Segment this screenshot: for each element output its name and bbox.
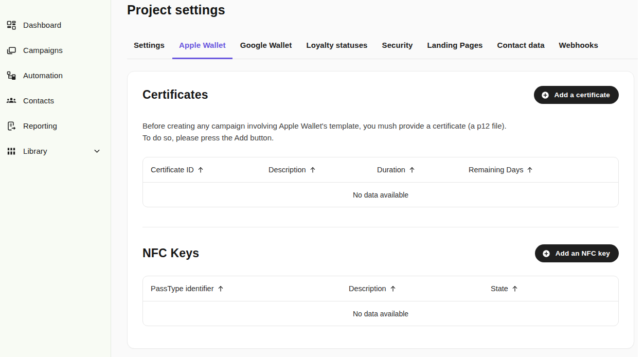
sidebar-item-automation[interactable]: Automation bbox=[0, 63, 111, 88]
add-nfc-key-button[interactable]: Add an NFC key bbox=[535, 244, 619, 262]
sidebar: Dashboard Campaigns Automation Contacts bbox=[0, 0, 111, 357]
scrollbar-track[interactable] bbox=[638, 0, 644, 357]
section-divider bbox=[142, 227, 619, 227]
sort-arrow-up-icon bbox=[408, 166, 416, 174]
sort-arrow-up-icon bbox=[217, 284, 225, 293]
nfc-keys-empty-state: No data available bbox=[143, 301, 618, 326]
sidebar-item-label: Contacts bbox=[23, 96, 101, 105]
certificates-title: Certificates bbox=[142, 88, 208, 102]
apple-wallet-panel: Certificates Add a certificate Before cr… bbox=[127, 71, 634, 349]
sidebar-item-label: Dashboard bbox=[23, 21, 101, 29]
column-header-remaining-days[interactable]: Remaining Days bbox=[461, 157, 618, 182]
nfc-keys-table: PassType identifier Description State No… bbox=[142, 276, 619, 326]
sort-arrow-up-icon bbox=[309, 166, 317, 174]
sort-arrow-up-icon bbox=[511, 284, 519, 293]
contacts-icon bbox=[6, 95, 17, 106]
sidebar-item-label: Library bbox=[23, 147, 93, 155]
tab-settings[interactable]: Settings bbox=[127, 33, 171, 59]
sidebar-item-library[interactable]: Library bbox=[0, 138, 111, 164]
description-line-2: To do so, please press the Add button. bbox=[142, 133, 274, 142]
sidebar-item-label: Campaigns bbox=[23, 46, 101, 55]
page-title: Project settings bbox=[127, 0, 644, 17]
tab-loyalty-statuses[interactable]: Loyalty statuses bbox=[299, 33, 374, 59]
certificates-empty-state: No data available bbox=[143, 182, 618, 207]
add-certificate-button[interactable]: Add a certificate bbox=[534, 86, 619, 104]
add-circle-icon bbox=[541, 91, 550, 100]
tab-landing-pages[interactable]: Landing Pages bbox=[421, 33, 490, 59]
nfc-keys-table-header: PassType identifier Description State bbox=[143, 276, 618, 301]
sort-arrow-up-icon bbox=[389, 284, 397, 293]
certificates-header: Certificates Add a certificate bbox=[142, 86, 619, 104]
sort-arrow-up-icon bbox=[196, 166, 205, 174]
tab-google-wallet[interactable]: Google Wallet bbox=[234, 33, 299, 59]
sidebar-item-campaigns[interactable]: Campaigns bbox=[0, 38, 111, 63]
library-icon bbox=[6, 146, 17, 157]
chevron-down-icon bbox=[93, 147, 101, 155]
automation-icon bbox=[6, 70, 17, 81]
tab-bar: Settings Apple Wallet Google Wallet Loya… bbox=[127, 33, 644, 59]
sidebar-item-reporting[interactable]: Reporting bbox=[0, 113, 111, 138]
sidebar-item-label: Reporting bbox=[23, 121, 101, 130]
dashboard-icon bbox=[6, 20, 17, 31]
certificates-table: Certificate ID Description Duration Rema… bbox=[142, 157, 619, 207]
nfc-keys-header: NFC Keys Add an NFC key bbox=[142, 244, 619, 262]
column-header-certificate-id[interactable]: Certificate ID bbox=[143, 157, 261, 182]
campaigns-icon bbox=[6, 45, 17, 56]
tab-apple-wallet[interactable]: Apple Wallet bbox=[172, 33, 232, 59]
sidebar-item-dashboard[interactable]: Dashboard bbox=[0, 12, 111, 38]
column-header-state[interactable]: State bbox=[483, 276, 618, 301]
certificates-table-header: Certificate ID Description Duration Rema… bbox=[143, 157, 618, 182]
app-window: Dashboard Campaigns Automation Contacts bbox=[0, 0, 644, 357]
tab-security[interactable]: Security bbox=[375, 33, 420, 59]
certificates-description: Before creating any campaign involving A… bbox=[142, 120, 619, 144]
tab-webhooks[interactable]: Webhooks bbox=[552, 33, 605, 59]
column-header-duration[interactable]: Duration bbox=[369, 157, 461, 182]
nfc-keys-title: NFC Keys bbox=[142, 246, 199, 260]
column-header-description[interactable]: Description bbox=[261, 157, 369, 182]
reporting-icon bbox=[6, 120, 17, 132]
sort-arrow-up-icon bbox=[526, 166, 534, 174]
tab-contact-data[interactable]: Contact data bbox=[491, 33, 551, 59]
main-content: Project settings Settings Apple Wallet G… bbox=[111, 0, 644, 357]
add-circle-icon bbox=[542, 249, 551, 258]
sidebar-item-label: Automation bbox=[23, 71, 101, 80]
description-line-1: Before creating any campaign involving A… bbox=[142, 121, 507, 130]
sidebar-item-contacts[interactable]: Contacts bbox=[0, 88, 111, 113]
column-header-description[interactable]: Description bbox=[341, 276, 483, 301]
column-header-passtype-identifier[interactable]: PassType identifier bbox=[143, 276, 341, 301]
